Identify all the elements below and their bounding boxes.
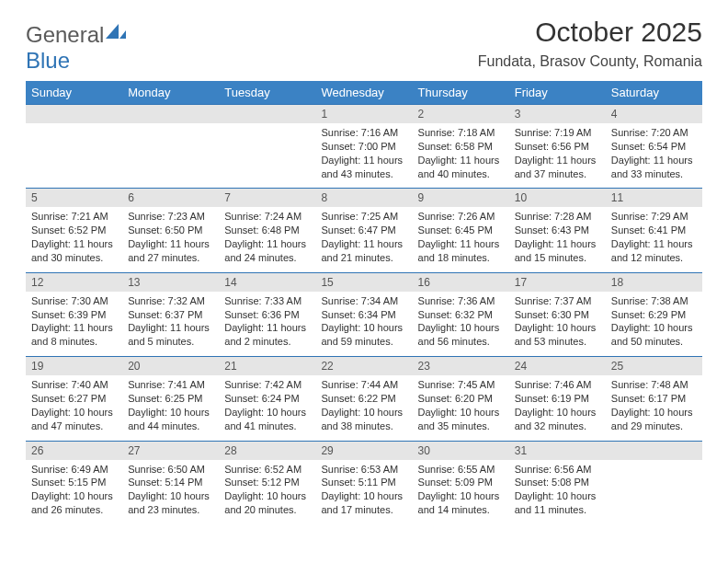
sunrise-line: Sunrise: 6:52 AM xyxy=(224,464,301,475)
sunrise-line: Sunrise: 7:34 AM xyxy=(321,295,398,306)
logo-text: General Blue xyxy=(26,22,126,74)
day-number: 22 xyxy=(315,357,412,375)
calendar-cell: 17Sunrise: 7:37 AMSunset: 6:30 PMDayligh… xyxy=(509,272,606,356)
day-body: Sunrise: 7:36 AMSunset: 6:32 PMDaylight:… xyxy=(413,292,509,356)
logo: General Blue xyxy=(26,22,126,74)
calendar-cell: 20Sunrise: 7:41 AMSunset: 6:25 PMDayligh… xyxy=(122,357,219,441)
daylight-line: Daylight: 10 hoursand 23 minutes. xyxy=(128,490,210,515)
sunset-line: Sunset: 6:24 PM xyxy=(224,393,299,404)
day-number: 12 xyxy=(26,273,122,292)
day-number: 6 xyxy=(122,189,219,207)
calendar-cell xyxy=(606,441,702,524)
calendar-week: 26Sunrise: 6:49 AMSunset: 5:15 PMDayligh… xyxy=(26,441,702,524)
logo-part1: General xyxy=(26,22,104,47)
sunrise-line: Sunrise: 6:56 AM xyxy=(515,464,592,475)
daylight-line: Daylight: 10 hoursand 20 minutes. xyxy=(224,490,306,515)
calendar-header-row: SundayMondayTuesdayWednesdayThursdayFrid… xyxy=(26,81,702,105)
sunrise-line: Sunrise: 7:16 AM xyxy=(321,127,398,138)
day-number: 14 xyxy=(219,273,315,292)
day-number: 2 xyxy=(413,105,509,123)
weekday-header: Sunday xyxy=(26,81,122,105)
day-body: Sunrise: 7:45 AMSunset: 6:20 PMDaylight:… xyxy=(413,375,509,440)
day-number: 15 xyxy=(315,273,412,292)
sunrise-line: Sunrise: 7:46 AM xyxy=(515,379,592,390)
calendar-cell: 26Sunrise: 6:49 AMSunset: 5:15 PMDayligh… xyxy=(26,441,122,524)
sunset-line: Sunset: 6:17 PM xyxy=(611,393,686,404)
day-body: Sunrise: 7:37 AMSunset: 6:30 PMDaylight:… xyxy=(509,292,606,356)
day-body: Sunrise: 7:44 AMSunset: 6:22 PMDaylight:… xyxy=(315,375,412,440)
daylight-line: Daylight: 11 hoursand 24 minutes. xyxy=(224,238,306,263)
sunrise-line: Sunrise: 7:25 AM xyxy=(321,211,398,222)
daylight-line: Daylight: 10 hoursand 53 minutes. xyxy=(515,322,597,347)
day-body: Sunrise: 7:19 AMSunset: 6:56 PMDaylight:… xyxy=(509,123,606,188)
day-number: 19 xyxy=(26,357,122,375)
calendar-cell: 16Sunrise: 7:36 AMSunset: 6:32 PMDayligh… xyxy=(413,272,509,356)
day-body: Sunrise: 6:52 AMSunset: 5:12 PMDaylight:… xyxy=(219,460,315,524)
sunrise-line: Sunrise: 7:38 AM xyxy=(611,295,688,306)
day-number: 4 xyxy=(606,105,702,123)
calendar-cell: 15Sunrise: 7:34 AMSunset: 6:34 PMDayligh… xyxy=(315,272,412,356)
daylight-line: Daylight: 10 hoursand 14 minutes. xyxy=(418,490,500,515)
weekday-header: Monday xyxy=(122,81,219,105)
sunrise-line: Sunrise: 7:42 AM xyxy=(224,379,301,390)
calendar-cell: 30Sunrise: 6:55 AMSunset: 5:09 PMDayligh… xyxy=(413,441,509,524)
sunset-line: Sunset: 6:56 PM xyxy=(515,141,589,152)
daylight-line: Daylight: 10 hoursand 17 minutes. xyxy=(321,490,403,515)
calendar-cell: 10Sunrise: 7:28 AMSunset: 6:43 PMDayligh… xyxy=(509,189,606,272)
sunrise-line: Sunrise: 7:41 AM xyxy=(128,379,205,390)
sunset-line: Sunset: 6:47 PM xyxy=(321,224,395,236)
day-body: Sunrise: 6:55 AMSunset: 5:09 PMDaylight:… xyxy=(413,460,509,524)
day-number: 3 xyxy=(509,105,606,123)
day-body: Sunrise: 7:42 AMSunset: 6:24 PMDaylight:… xyxy=(219,375,315,440)
calendar-cell: 14Sunrise: 7:33 AMSunset: 6:36 PMDayligh… xyxy=(219,272,315,356)
daylight-line: Daylight: 10 hoursand 11 minutes. xyxy=(515,490,597,515)
sunrise-line: Sunrise: 7:45 AM xyxy=(418,379,495,390)
day-number: 10 xyxy=(509,189,606,207)
sunrise-line: Sunrise: 7:30 AM xyxy=(31,295,108,306)
sunrise-line: Sunrise: 7:32 AM xyxy=(128,295,205,306)
sunrise-line: Sunrise: 7:40 AM xyxy=(31,379,108,390)
logo-part2: Blue xyxy=(26,48,70,73)
weekday-header: Friday xyxy=(509,81,606,105)
daylight-line: Daylight: 11 hoursand 43 minutes. xyxy=(321,155,403,179)
day-number: 8 xyxy=(315,189,412,207)
sunrise-line: Sunrise: 7:23 AM xyxy=(128,211,205,222)
day-number xyxy=(122,105,219,123)
day-body: Sunrise: 7:34 AMSunset: 6:34 PMDaylight:… xyxy=(315,292,412,356)
sunrise-line: Sunrise: 7:21 AM xyxy=(31,211,108,222)
daylight-line: Daylight: 10 hoursand 44 minutes. xyxy=(128,407,210,431)
day-body: Sunrise: 7:48 AMSunset: 6:17 PMDaylight:… xyxy=(606,375,702,440)
day-body: Sunrise: 6:50 AMSunset: 5:14 PMDaylight:… xyxy=(122,460,219,524)
sunrise-line: Sunrise: 7:18 AM xyxy=(418,127,495,138)
calendar-cell: 9Sunrise: 7:26 AMSunset: 6:45 PMDaylight… xyxy=(413,189,509,272)
sunrise-line: Sunrise: 7:20 AM xyxy=(611,127,688,138)
calendar-cell: 18Sunrise: 7:38 AMSunset: 6:29 PMDayligh… xyxy=(606,272,702,356)
day-body: Sunrise: 7:24 AMSunset: 6:48 PMDaylight:… xyxy=(219,207,315,271)
calendar-cell xyxy=(219,105,315,189)
sunset-line: Sunset: 6:43 PM xyxy=(515,224,589,236)
calendar-week: 5Sunrise: 7:21 AMSunset: 6:52 PMDaylight… xyxy=(26,189,702,272)
sunset-line: Sunset: 6:25 PM xyxy=(128,393,202,404)
daylight-line: Daylight: 11 hoursand 2 minutes. xyxy=(224,322,306,347)
day-number: 13 xyxy=(122,273,219,292)
svg-marker-1 xyxy=(119,30,126,39)
weekday-header: Tuesday xyxy=(219,81,315,105)
sunset-line: Sunset: 6:22 PM xyxy=(321,393,395,404)
day-number: 11 xyxy=(606,189,702,207)
day-number: 17 xyxy=(509,273,606,292)
day-number: 28 xyxy=(219,442,315,460)
calendar-cell: 21Sunrise: 7:42 AMSunset: 6:24 PMDayligh… xyxy=(219,357,315,441)
sunrise-line: Sunrise: 7:24 AM xyxy=(224,211,301,222)
day-number xyxy=(219,105,315,123)
calendar-cell: 27Sunrise: 6:50 AMSunset: 5:14 PMDayligh… xyxy=(122,441,219,524)
day-number: 21 xyxy=(219,357,315,375)
day-body: Sunrise: 7:21 AMSunset: 6:52 PMDaylight:… xyxy=(26,207,122,271)
daylight-line: Daylight: 10 hoursand 38 minutes. xyxy=(321,407,403,431)
day-number: 30 xyxy=(413,442,509,460)
day-body: Sunrise: 7:38 AMSunset: 6:29 PMDaylight:… xyxy=(606,292,702,356)
svg-marker-0 xyxy=(106,24,119,39)
day-body: Sunrise: 6:56 AMSunset: 5:08 PMDaylight:… xyxy=(509,460,606,524)
day-number xyxy=(26,105,122,123)
day-number: 18 xyxy=(606,273,702,292)
calendar-cell xyxy=(26,105,122,189)
